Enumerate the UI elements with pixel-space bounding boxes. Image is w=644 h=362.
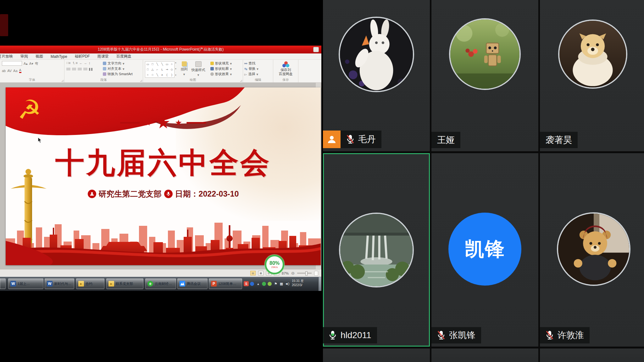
tray-green-icon[interactable] xyxy=(268,282,272,286)
font-group: A▴ A▾ 弯 ab AV Aa A 字体 ◿ xyxy=(0,60,64,82)
normal-view-icon[interactable]: ▤ xyxy=(250,271,256,276)
shape-fill-button[interactable]: 形状填充▾ xyxy=(209,61,233,66)
save-group-label: 保存 xyxy=(273,78,298,82)
char-spacing-icon[interactable]: AV xyxy=(7,69,12,73)
tab-baidu-pan[interactable]: 百度网盘 xyxy=(116,54,131,59)
video-tile-hld2011[interactable]: hld2011 xyxy=(323,153,430,347)
tray-volume-icon[interactable]: ◄) xyxy=(285,281,290,286)
accelerator-subtext: 29K/s xyxy=(271,266,278,269)
columns-icon[interactable] xyxy=(89,68,93,71)
find-button[interactable]: ⚯ 查找 xyxy=(243,61,273,66)
phonetic-icon[interactable]: 弯 xyxy=(35,62,38,65)
tray-clock[interactable]: 15:31 星 2022/3/ xyxy=(292,279,319,287)
font-name-box[interactable] xyxy=(2,61,22,66)
shape-outline-button[interactable]: 形状轮廓▾ xyxy=(209,66,233,71)
grow-font-icon[interactable]: A▴ xyxy=(24,62,28,65)
tencent-meeting-icon xyxy=(180,281,185,287)
participant-name: 袭著昊 xyxy=(546,134,572,146)
select-button[interactable]: ▻ 选择▾ xyxy=(243,71,273,77)
mic-muted-icon xyxy=(546,330,554,340)
align-center-icon[interactable] xyxy=(72,68,76,71)
danbo-garden-avatar xyxy=(450,19,519,89)
video-tile-maodan[interactable]: 毛丹 xyxy=(323,0,430,151)
tray-qq-icon[interactable] xyxy=(250,282,254,286)
tab-foxit-pdf[interactable]: 福昕PDF xyxy=(75,54,90,59)
tab-slideshow[interactable]: 灯片放映 xyxy=(0,54,13,59)
editing-group: ⚯ 查找 ↹ 替换▾ ▻ 选择▾ 编辑 xyxy=(243,60,273,82)
teddy-bear-avatar xyxy=(558,214,629,285)
taskbar-item-word-1[interactable]: W 1届上… xyxy=(8,278,43,289)
video-tile-xudunhuai[interactable]: 许敦淮 xyxy=(540,153,644,347)
drawing-dialog-launcher[interactable]: ◿ xyxy=(240,79,242,82)
bullets-icon[interactable]: ∷≡ xyxy=(66,61,70,65)
zoom-slider-handle[interactable] xyxy=(305,271,308,276)
taskbar-item-word-2[interactable]: W 新时代与… xyxy=(45,278,74,289)
fit-to-window-icon[interactable] xyxy=(314,271,318,276)
indent-icons[interactable]: ← → xyxy=(79,61,87,65)
replace-button[interactable]: ↹ 替换▾ xyxy=(243,66,273,71)
zoom-slider[interactable] xyxy=(297,273,312,274)
avatar-initials: 凯锋 xyxy=(465,236,505,262)
taskbar-item-folder-2[interactable]: ▸ 联系党支部 xyxy=(106,278,143,289)
change-case-icon[interactable]: Aa xyxy=(13,69,17,73)
tab-view[interactable]: 视图 xyxy=(36,54,43,59)
shapes-gallery[interactable]: ▭□╲╲▭○ □△⌐L⇒◇ ○☆╲∧() xyxy=(145,61,175,78)
font-color-icon[interactable]: A xyxy=(19,68,21,73)
shape-effects-button[interactable]: 形状效果▾ xyxy=(209,71,233,77)
strikethrough-icon[interactable]: ab xyxy=(2,69,6,73)
slide-title: 十九届六中全会 xyxy=(6,143,321,182)
taskbar-item-folder-1[interactable]: ▸ 合约 xyxy=(76,278,104,289)
avatar xyxy=(558,214,629,285)
taskbar-item-browser[interactable]: e 云南财经… xyxy=(145,278,176,289)
taskbar-item-tencent-meeting[interactable]: 腾讯会议 xyxy=(177,278,208,289)
smartart-icon xyxy=(103,72,106,76)
slide-canvas[interactable]: ☭ ★★★ 十九届六中全会 研究生第二党支部 日期 xyxy=(6,87,321,265)
font-dialog-launcher[interactable]: ◿ xyxy=(62,79,64,82)
taskbar-item-powerpoint[interactable]: P 1208简单… xyxy=(209,278,242,289)
quick-styles-button[interactable]: 快速样式 ▾ xyxy=(190,61,207,77)
arrange-button[interactable]: 排列 ▾ xyxy=(179,61,190,77)
video-tile-wangya[interactable]: 王娅 xyxy=(431,0,538,151)
video-tile-xizhuhao[interactable]: 袭著昊 xyxy=(540,0,644,151)
show-desktop-button[interactable] xyxy=(318,277,321,291)
tab-yuketang[interactable]: 雨课堂 xyxy=(97,54,109,59)
align-right-icon[interactable] xyxy=(78,68,82,71)
tray-network-icon[interactable]: ▦ xyxy=(279,281,284,286)
tab-review[interactable]: 审阅 xyxy=(20,54,28,59)
smartart-button[interactable]: 转换为 SmartArt xyxy=(102,71,134,77)
participant-name: 毛丹 xyxy=(358,133,376,145)
numbering-icon[interactable]: ⒈≡ xyxy=(72,61,77,65)
video-tile-partial[interactable] xyxy=(540,348,644,362)
baidu-pan-icon xyxy=(282,61,289,68)
browser-e-icon: e xyxy=(147,281,153,287)
shrink-font-icon[interactable]: A▾ xyxy=(29,62,33,65)
tab-mathtype[interactable]: MathType xyxy=(51,54,67,59)
word-icon: W xyxy=(47,281,53,287)
zoom-out-icon[interactable]: ⊖ xyxy=(291,271,295,275)
person-badge-icon xyxy=(88,190,96,198)
tray-hidden-icons-arrow[interactable]: ▴ xyxy=(256,281,261,286)
window-control-icon[interactable] xyxy=(313,47,319,52)
text-direction-button[interactable]: 文字方向▾ xyxy=(102,61,134,66)
slide-sorter-icon[interactable]: ▦ xyxy=(258,271,264,276)
line-spacing-icon[interactable]: ↕ xyxy=(89,61,91,65)
save-to-baidu-pan-button[interactable]: 保存到 百度网盘 xyxy=(273,61,298,76)
participant-name: hld2011 xyxy=(341,330,371,340)
text-direction-icon xyxy=(103,62,106,65)
align-text-button[interactable]: 对齐文本▾ xyxy=(102,66,134,71)
taskbar-item-cut[interactable] xyxy=(0,278,6,289)
paragraph-dialog-launcher[interactable]: ◿ xyxy=(140,79,142,82)
tray-360-icon[interactable] xyxy=(262,282,266,286)
shapes-scroll[interactable]: ▴▾▾ xyxy=(175,61,176,76)
accelerator-ball[interactable]: 80% 29K/s xyxy=(265,255,284,274)
tray-action-center-flag-icon[interactable]: ⚑ xyxy=(273,281,278,286)
video-tile-partial[interactable] xyxy=(323,348,430,362)
shape-effects-icon xyxy=(210,72,214,76)
video-tile-zhangkaifeng[interactable]: 凯锋 张凯锋 xyxy=(431,153,538,347)
tray-sogou-icon[interactable]: S xyxy=(244,281,249,286)
titlebar[interactable]: 1208简单版十九届六中全会11月15日 - Microsoft PowerPo… xyxy=(0,46,321,53)
align-justify-icon[interactable] xyxy=(83,68,87,71)
align-left-icon[interactable] xyxy=(66,68,70,71)
video-tile-partial[interactable] xyxy=(431,348,538,362)
window-title: 1208简单版十九届六中全会11月15日 - Microsoft PowerPo… xyxy=(98,47,224,52)
